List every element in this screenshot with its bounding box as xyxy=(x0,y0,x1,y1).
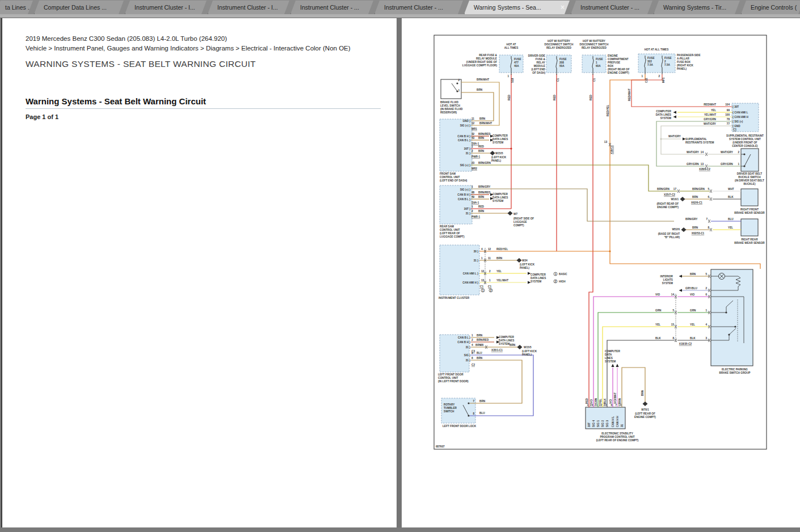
diagram-label: 12 xyxy=(488,248,491,251)
junction-dot xyxy=(468,402,469,404)
tab-4[interactable]: Instrument Cluster - ... xyxy=(290,1,373,14)
diagram-label: 42 xyxy=(471,133,475,136)
connector-link[interactable]: X25/7-C2 xyxy=(664,193,675,196)
tab-label: Instrument Cluster - I... xyxy=(134,4,195,11)
diagram-label: BRN xyxy=(479,400,486,403)
diagram-label: BRN xyxy=(641,390,644,396)
diagram-label: RED xyxy=(586,398,588,404)
tab-9[interactable]: Engine Controls ( xyxy=(741,1,800,14)
diagram-label: 31 } xyxy=(466,212,471,215)
tab-5[interactable]: Instrument Cluster - ... xyxy=(374,1,463,14)
component-box xyxy=(741,149,759,171)
connector-link[interactable]: C1 xyxy=(488,285,491,288)
diagram-label: 43 xyxy=(471,137,475,140)
diagram-label: 30 } xyxy=(474,250,479,253)
junction-dot xyxy=(734,326,736,327)
diagram-label: SIG (+) } xyxy=(460,188,471,191)
connector-link[interactable]: MR1 xyxy=(471,128,477,130)
diagram-label: 3 xyxy=(705,337,707,340)
diagram-label: GRN xyxy=(690,309,696,312)
diagram-label: INSTRUMENT CLUSTER xyxy=(439,297,470,299)
component-box xyxy=(741,189,758,206)
connector-link[interactable]: C1 xyxy=(733,128,736,131)
component-box xyxy=(711,269,753,366)
diagram-label: 1 xyxy=(458,89,460,92)
diagram-label: 30T } xyxy=(464,147,470,150)
tab-label: ta Lines ... xyxy=(5,4,32,11)
page-divider xyxy=(397,18,402,527)
tab-3[interactable]: Instrument Cluster - I... xyxy=(208,1,289,14)
diagram-label: YEL/WHT xyxy=(496,279,508,282)
connector-link[interactable]: PWR-1 xyxy=(471,155,480,158)
connector-link[interactable]: X18/C1 xyxy=(610,145,613,154)
diagram-label: W7 xyxy=(513,213,517,216)
diagram-label: BRN xyxy=(692,226,698,229)
diagram-label: 2 xyxy=(471,339,473,341)
diagram-label: SIG } xyxy=(464,354,470,357)
diagram-label: 14 xyxy=(671,293,675,296)
diagram-label: 4 xyxy=(705,323,707,326)
tab-label: Instrument Cluster - ... xyxy=(580,4,639,11)
diagram-label: 11 xyxy=(471,117,474,120)
tab-2[interactable]: Instrument Cluster - I... xyxy=(125,1,207,14)
diagram-label: 13 xyxy=(481,279,485,282)
diagram-label: BRN xyxy=(477,334,483,337)
connector-link[interactable]: PWR-1 xyxy=(471,216,480,218)
tab-6[interactable]: Warning Systems - Sea...× xyxy=(464,1,570,14)
connector-link[interactable]: X62/6-C1 xyxy=(691,201,702,204)
connector-link[interactable]: X28/8-C2 xyxy=(699,168,710,171)
diagram-label: BRN xyxy=(478,150,485,153)
diagram-label: WHT/GRY xyxy=(721,151,734,154)
diagram-label: W15/5 xyxy=(524,346,532,349)
variant-marker-label: 2 xyxy=(490,289,492,292)
tab-7[interactable]: Instrument Cluster - ... xyxy=(571,1,652,14)
tab-label: Instrument Cluster - I... xyxy=(217,4,278,11)
diagram-label: { 30T xyxy=(732,105,739,108)
diagram-label: BLK xyxy=(728,196,734,199)
diagram-label: 8 xyxy=(473,412,474,415)
breadcrumb: Vehicle > Instrument Panel, Gauges and W… xyxy=(26,45,351,52)
connector-link[interactable]: S9A-1 xyxy=(471,201,479,204)
diagram-label: 24 xyxy=(590,404,593,407)
diagram-label: BRN/RED xyxy=(478,191,491,194)
diagram-label: BRN xyxy=(478,196,485,199)
diagram-label: 31 } xyxy=(466,152,471,155)
connector-link[interactable]: C2 xyxy=(471,364,475,366)
diagram-label: BRN xyxy=(479,117,486,120)
diagram-label: SIG 1 xyxy=(597,420,600,427)
connector-link[interactable]: X18/35-C2 xyxy=(679,343,692,345)
diagram-label: ELECTRIC PARKINGBRAKE SWITCH GROUP xyxy=(719,368,751,374)
diagram-label: BLU xyxy=(728,218,734,221)
diagram-label: 1 xyxy=(471,145,473,148)
tab-label: Engine Controls ( xyxy=(751,4,797,11)
tab-8[interactable]: Warning Systems - Tir... xyxy=(654,1,740,14)
diagram-label: 11 xyxy=(488,257,491,260)
junction-dot xyxy=(743,153,745,155)
diagram-label: { GND xyxy=(732,125,740,128)
diagram-label: 22 xyxy=(599,404,603,407)
diagram-label: RED xyxy=(508,94,511,100)
diagram-label: RED/WHT xyxy=(628,88,631,101)
page-title: WARNING SYSTEMS - SEAT BELT WARNING CIRC… xyxy=(26,59,256,69)
diagram-label: 5 xyxy=(708,188,709,191)
diagram-label: GRY/BLU xyxy=(685,287,698,290)
connector-link[interactable]: MR2 xyxy=(471,167,477,170)
diagram-label: 2 xyxy=(705,287,707,290)
diagram-label: MF1 xyxy=(662,77,665,83)
document-page-right: 1212HOT ATALL TIMESHOT W/ BATTERYDISCONN… xyxy=(402,18,800,527)
tab-0[interactable]: ta Lines ... xyxy=(0,1,33,14)
connector-link[interactable]: X35/1-C1 xyxy=(491,349,503,352)
connector-link[interactable]: C1 xyxy=(480,285,483,288)
diagram-label: 100 xyxy=(725,113,730,116)
tab-1[interactable]: Computer Data Lines ... xyxy=(34,1,124,14)
connector-link[interactable]: X62/53-C1 xyxy=(692,232,705,235)
diagram-label: BRN xyxy=(510,344,516,347)
diagram-label: YEL/WHT xyxy=(704,113,716,116)
diagram-label: CAN H H xyxy=(616,416,619,427)
diagram-label: 1 xyxy=(481,257,483,260)
tab-close-icon[interactable]: × xyxy=(561,1,565,14)
diagram-label: BRN/GRN xyxy=(657,188,670,191)
diagram-label: YEL xyxy=(711,109,716,112)
diagram-label: BRN/WHT xyxy=(477,78,489,81)
diagram-label: 30T } xyxy=(464,208,470,210)
